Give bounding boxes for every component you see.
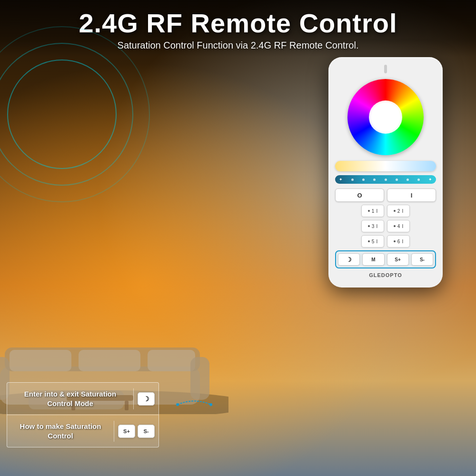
brightness-dot-7: [417, 178, 420, 181]
zone-3-row: 5I 6I: [335, 235, 436, 248]
svg-rect-3: [10, 350, 71, 371]
color-wheel[interactable]: [347, 79, 424, 155]
remote-notch: [384, 65, 387, 73]
info-splus-button[interactable]: S+: [118, 425, 135, 438]
all-off-button[interactable]: O: [335, 188, 384, 202]
brightness-bar[interactable]: ✦ ✦: [335, 175, 436, 184]
info-row-1: Enter into & exit Saturation Control Mod…: [7, 383, 159, 415]
svg-point-12: [176, 403, 179, 406]
brightness-dot-3: [373, 178, 376, 181]
info-box: Enter into & exit Saturation Control Mod…: [7, 382, 159, 447]
moon-button[interactable]: ☽: [338, 253, 360, 266]
brand-logo: GLEDOPTO: [335, 272, 436, 278]
bottom-control-row: ☽ M S+ S-: [335, 250, 436, 268]
info-row-2: How to make Saturation Control S+ S-: [7, 415, 159, 447]
saturation-plus-button[interactable]: S+: [387, 253, 409, 266]
zone2-off-button[interactable]: 2I: [387, 205, 410, 217]
brightness-high-icon: ✦: [428, 177, 432, 182]
zone5-off-button[interactable]: 5I: [361, 235, 384, 248]
svg-point-13: [209, 403, 212, 406]
zone4-off-button[interactable]: 4I: [387, 220, 410, 232]
ripple-effect: [0, 24, 152, 205]
info-moon-button[interactable]: ☽: [138, 392, 155, 406]
zone-2-row: 3I 4I: [335, 220, 436, 232]
brightness-dot-6: [407, 178, 409, 181]
remote-wrapper: ✦ ✦ O I 1I 2I 3I: [324, 57, 447, 288]
saturation-minus-button[interactable]: S-: [411, 253, 433, 266]
info-sminus-button[interactable]: S-: [138, 425, 155, 438]
enter-exit-saturation-text: Enter into & exit Saturation Control Mod…: [7, 383, 133, 415]
color-temperature-bar[interactable]: [335, 161, 436, 171]
connector-line: [175, 395, 213, 414]
ripple-3: [7, 60, 117, 169]
how-to-saturation-text: How to make Saturation Control: [7, 415, 114, 447]
zone6-off-button[interactable]: 6I: [387, 235, 410, 248]
all-on-off-row: O I: [335, 188, 436, 202]
svg-rect-4: [79, 350, 140, 371]
zone3-off-button[interactable]: 3I: [361, 220, 384, 232]
zone-1-row: 1I 2I: [335, 205, 436, 217]
brightness-dot-5: [396, 178, 398, 181]
color-wheel-center: [369, 100, 402, 134]
info-row-2-buttons: S+ S-: [114, 421, 159, 442]
zone1-off-button[interactable]: 1I: [361, 205, 384, 217]
m-button[interactable]: M: [362, 253, 384, 266]
brightness-dot-2: [362, 178, 365, 181]
all-on-button[interactable]: I: [387, 188, 436, 202]
brightness-low-icon: ✦: [339, 177, 343, 182]
remote-control: ✦ ✦ O I 1I 2I 3I: [328, 57, 443, 288]
svg-rect-7: [190, 357, 209, 400]
info-row-1-buttons: ☽: [133, 388, 159, 409]
brightness-dot-1: [351, 178, 354, 181]
brightness-dot-4: [385, 178, 387, 181]
svg-rect-5: [148, 350, 195, 371]
